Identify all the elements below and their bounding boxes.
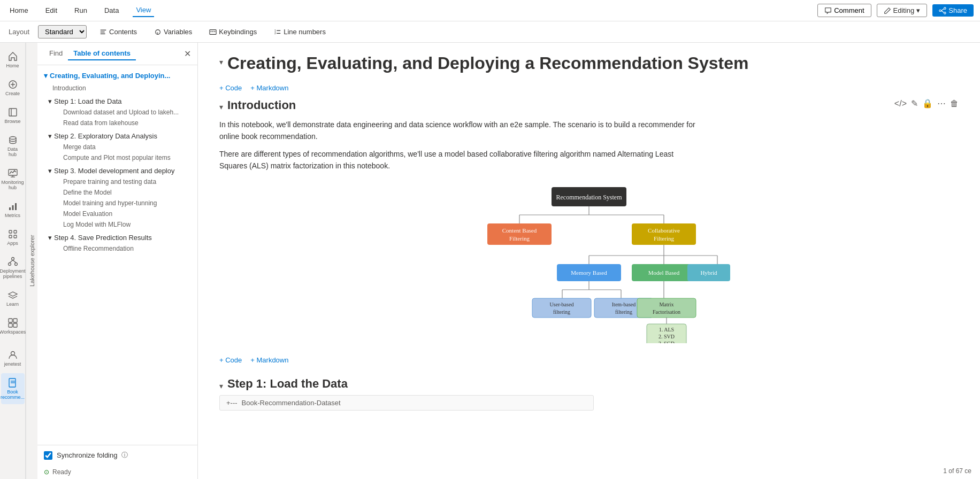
toc-item-merge-data[interactable]: Merge data xyxy=(37,142,197,152)
toc-item-prepare-data[interactable]: Prepare training and testing data xyxy=(37,176,197,187)
toc-close-button[interactable]: ✕ xyxy=(184,49,191,59)
nav-edit[interactable]: Edit xyxy=(42,4,60,17)
toc-footer: Synchronize folding ⓘ xyxy=(37,445,197,465)
toc-section-step1-header[interactable]: ▾ Step 1: Load the Data xyxy=(37,96,197,107)
add-code-button-2[interactable]: + Code xyxy=(219,356,242,364)
add-markdown-button-2[interactable]: + Markdown xyxy=(250,356,288,364)
svg-point-1 xyxy=(944,12,946,14)
svg-rect-13 xyxy=(215,31,216,32)
collapse-load-data-button[interactable]: ▾ xyxy=(219,382,223,390)
sidebar-item-home[interactable]: Home xyxy=(1,47,25,73)
edit-cell-icon[interactable]: ✎ xyxy=(911,98,918,109)
toc-step1-label: Step 1: Load the Data xyxy=(54,97,121,105)
variables-button[interactable]: x Variables xyxy=(150,26,196,38)
toc-item-introduction[interactable]: Introduction xyxy=(37,83,197,94)
tab-toc[interactable]: Table of contents xyxy=(68,47,136,60)
sidebar-item-book[interactable]: Book recomme... xyxy=(1,373,25,404)
chevron-down-icon: ▾ xyxy=(48,97,52,105)
sync-folding-checkbox[interactable] xyxy=(44,451,52,460)
sidebar-item-deployment[interactable]: Deployment pipelines xyxy=(1,252,25,283)
toc-section-step4-header[interactable]: ▾ Step 4. Save Prediction Results xyxy=(37,232,197,243)
contents-label: Contents xyxy=(109,28,137,36)
sidebar-item-browse[interactable]: Browse xyxy=(1,103,25,128)
svg-rect-6 xyxy=(101,32,105,32)
more-options-icon[interactable]: ⋯ xyxy=(937,98,946,109)
dataset-expand-icon: +--- xyxy=(226,399,238,407)
toc-item-read-data[interactable]: Read data from lakehouse xyxy=(37,118,197,128)
layout-select[interactable]: Standard xyxy=(38,25,87,38)
sidebar-item-apps[interactable]: Apps xyxy=(1,225,25,250)
add-markdown-button-1[interactable]: + Markdown xyxy=(250,84,288,92)
user-icon xyxy=(7,350,18,360)
comment-button[interactable]: Comment xyxy=(817,4,871,17)
sidebar-item-user[interactable]: jenetest xyxy=(1,345,25,371)
sidebar-item-metrics[interactable]: Metrics xyxy=(1,197,25,222)
toc-step3-label: Step 3. Model development and deploy xyxy=(54,167,175,175)
svg-point-34 xyxy=(11,258,14,260)
keybindings-label: Keybindings xyxy=(219,28,257,36)
lock-cell-icon[interactable]: 🔒 xyxy=(922,98,933,109)
notebook-content: ▾ Creating, Evaluating, and Deploying a … xyxy=(198,43,980,479)
info-icon: ⓘ xyxy=(121,451,128,460)
keybindings-icon xyxy=(209,28,217,36)
nav-run[interactable]: Run xyxy=(71,4,90,17)
toc-panel: Find Table of contents ✕ ▾ Creating, Eva… xyxy=(37,43,198,479)
toolbar: Layout Standard Contents x Variables Key… xyxy=(0,21,980,43)
add-code-button-1[interactable]: + Code xyxy=(219,84,242,92)
sidebar-icons: Home Create Browse Data hub Monitoring h… xyxy=(0,43,26,479)
nav-view[interactable]: View xyxy=(133,4,154,17)
nav-home[interactable]: Home xyxy=(6,4,32,17)
toc-item-model-training[interactable]: Model training and hyper-tunning xyxy=(37,198,197,208)
toc-status: ⊙ Ready xyxy=(37,465,197,479)
intro-text-2: There are different types of recommendat… xyxy=(219,148,701,172)
toc-item-download[interactable]: Download dataset and Upload to lakeh... xyxy=(37,107,197,118)
toc-item-log-model[interactable]: Log Model with MLFlow xyxy=(37,219,197,230)
sidebar-item-monitoring[interactable]: Monitoring hub xyxy=(1,164,25,195)
toc-root-item[interactable]: ▾ Creating, Evaluating, and Deployin... xyxy=(37,69,197,82)
toc-item-define-model[interactable]: Define the Model xyxy=(37,187,197,198)
svg-rect-21 xyxy=(9,109,17,116)
toc-section-step2-header[interactable]: ▾ Step 2. Exploratory Data Analysis xyxy=(37,130,197,142)
sidebar-item-data-hub[interactable]: Data hub xyxy=(1,130,25,161)
add-cell-row-1: + Code + Markdown xyxy=(219,82,959,94)
delete-cell-icon[interactable]: 🗑 xyxy=(950,99,959,109)
tab-find[interactable]: Find xyxy=(44,47,68,60)
svg-rect-12 xyxy=(212,31,213,32)
keybindings-button[interactable]: Keybindings xyxy=(205,26,261,38)
svg-rect-28 xyxy=(12,205,13,210)
browse-icon xyxy=(7,107,18,118)
svg-rect-33 xyxy=(14,235,17,238)
toc-item-offline-rec[interactable]: Offline Recommendation xyxy=(37,243,197,254)
home-icon xyxy=(7,51,18,62)
layout-label: Layout xyxy=(9,28,29,36)
collapse-intro-button[interactable]: ▾ xyxy=(219,103,223,111)
sidebar-item-workspaces[interactable]: Workspaces xyxy=(1,313,25,339)
code-view-icon[interactable]: </> xyxy=(894,99,907,109)
svg-text:2: 2 xyxy=(274,32,276,35)
toc-section-step3-header[interactable]: ▾ Step 3. Model development and deploy xyxy=(37,165,197,176)
svg-rect-16 xyxy=(277,30,280,30)
comment-label: Comment xyxy=(834,6,864,14)
svg-text:filtering: filtering xyxy=(553,309,570,315)
lakehouse-explorer-label[interactable]: Lakehouse explorer xyxy=(26,43,37,479)
line-numbers-label: Line numbers xyxy=(284,28,326,36)
book-icon xyxy=(7,377,18,388)
deployment-icon xyxy=(7,257,18,267)
diagram-svg: Recommendation System Content Based Filt… xyxy=(439,183,739,343)
line-numbers-button[interactable]: 12 Line numbers xyxy=(270,26,330,38)
editing-button[interactable]: Editing ▾ xyxy=(877,4,928,17)
sidebar-item-create[interactable]: Create xyxy=(1,75,25,101)
contents-button[interactable]: Contents xyxy=(95,26,141,38)
status-label: Ready xyxy=(52,468,71,476)
edit-icon xyxy=(884,7,891,14)
collapse-title-button[interactable]: ▾ xyxy=(219,58,223,66)
toc-item-compute-plot[interactable]: Compute and Plot most popular items xyxy=(37,152,197,163)
share-button[interactable]: Share xyxy=(932,4,974,17)
toc-header: Find Table of contents ✕ xyxy=(37,43,197,65)
chevron-down-icon: ▾ xyxy=(48,234,52,242)
dataset-bar[interactable]: +--- Book-Recommendation-Dataset xyxy=(219,395,594,411)
toc-item-model-eval[interactable]: Model Evaluation xyxy=(37,208,197,219)
nav-data[interactable]: Data xyxy=(101,4,122,17)
share-icon xyxy=(939,7,946,14)
sidebar-item-learn[interactable]: Learn xyxy=(1,285,25,311)
